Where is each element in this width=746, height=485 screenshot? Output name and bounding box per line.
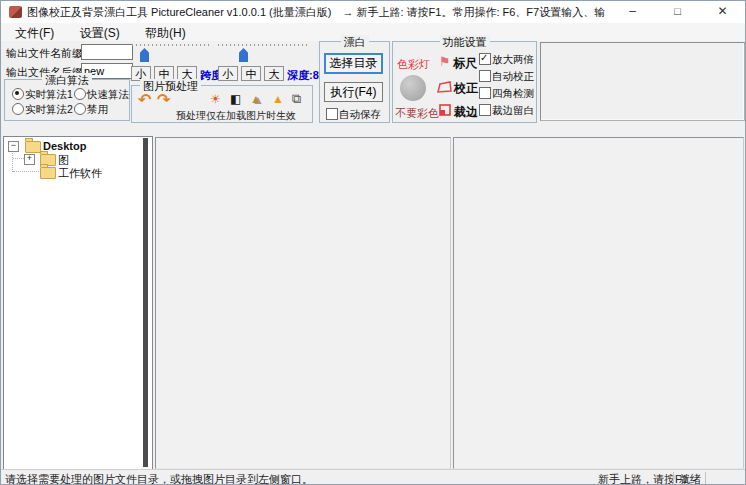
radio-realtime1-label: 实时算法1 (25, 88, 73, 102)
depth-slider-thumb[interactable] (239, 48, 248, 62)
minimize-button[interactable]: – (610, 1, 655, 23)
menubar: 文件(F) 设置(S) 帮助(H) (1, 23, 745, 41)
radio-disable-label: 禁用 (87, 103, 108, 117)
sharpen-strong-icon[interactable]: ▲ (272, 93, 284, 105)
rotate-right-icon[interactable]: ↷ (157, 92, 170, 108)
output-prefix-input[interactable] (81, 44, 133, 60)
menu-file[interactable]: 文件(F) (7, 23, 62, 42)
features-group: 功能设置 色彩灯 不要彩色 ⚑ 标尺 校正 裁边 放大两倍 自动校正 四角检测 … (392, 41, 537, 123)
auto-correct-label: 自动校正 (492, 70, 534, 84)
preprocess-group: 图片预处理 ↶ ↷ ☀ ◧ ▲ ▲ ⧉ 预处理仅在加载图片时生效 (131, 85, 313, 123)
depth-value-label: 深度:8 (287, 68, 319, 83)
status-state: 就绪 (679, 472, 701, 485)
radio-fast-label: 快速算法 (87, 88, 129, 102)
folder-tree[interactable]: − Desktop + 图 工作软件 (3, 136, 153, 470)
sharpen-soft-icon[interactable]: ▲ (250, 93, 262, 105)
close-button[interactable]: ✕ (700, 1, 745, 23)
bleach-group: 漂白 选择目录 执行(F4) 自动保存 (319, 41, 390, 123)
span-slider-ticks (132, 44, 212, 46)
radio-realtime1[interactable] (12, 88, 24, 100)
tree-scrollbar-thumb[interactable] (143, 138, 148, 467)
folder-icon (40, 167, 56, 179)
stack-icon[interactable]: ⧉ (292, 92, 301, 105)
preprocess-note: 预处理仅在加载图片时生效 (176, 109, 296, 123)
menu-settings[interactable]: 设置(S) (72, 23, 128, 42)
image-panel-original[interactable] (155, 137, 451, 469)
radio-disable[interactable] (74, 103, 86, 115)
no-color-label: 不要彩色 (395, 106, 439, 121)
select-directory-button[interactable]: 选择目录 (324, 53, 383, 74)
crop-label[interactable]: 裁边 (454, 104, 478, 121)
crop-margin-label: 裁边留白 (492, 104, 534, 118)
app-window: 图像校正及背景漂白工具 PictureCleaner v1.0.0.1 (批量漂… (0, 0, 746, 485)
run-f4-button[interactable]: 执行(F4) (324, 82, 383, 102)
algorithm-group-title: 漂白算法 (42, 73, 92, 88)
maximize-button[interactable]: □ (655, 1, 700, 23)
bleach-group-title: 漂白 (341, 35, 369, 50)
autosave-label: 自动保存 (339, 108, 381, 122)
radio-fast[interactable] (74, 88, 86, 100)
ruler-label[interactable]: 标尺 (453, 55, 477, 72)
folder-icon (25, 141, 41, 153)
ruler-flag-icon[interactable]: ⚑ (439, 55, 451, 68)
autosave-checkbox[interactable] (326, 108, 338, 120)
expand-icon[interactable]: + (24, 154, 35, 165)
zoom2x-checkbox[interactable] (479, 53, 491, 65)
zoom2x-label: 放大两倍 (492, 53, 534, 67)
depth-slider[interactable] (217, 43, 309, 64)
output-prefix-label: 输出文件名前缀 (6, 46, 83, 61)
tree-item-tu[interactable]: + 图 (5, 153, 139, 165)
algorithm-group: 漂白算法 实时算法1 快速算法 实时算法2 禁用 (4, 79, 130, 121)
tree-item-work-software[interactable]: 工作软件 (5, 166, 139, 178)
color-light-label: 色彩灯 (397, 57, 430, 72)
tree-item-label[interactable]: Desktop (43, 140, 86, 152)
titlebar: 图像校正及背景漂白工具 PictureCleaner v1.0.0.1 (批量漂… (1, 1, 745, 23)
contrast-icon[interactable]: ◧ (230, 93, 241, 105)
depth-slider-ticks (218, 44, 308, 46)
color-light-lamp (400, 75, 426, 101)
radio-realtime2[interactable] (12, 103, 24, 115)
corner-detect-label: 四角检测 (492, 87, 534, 101)
menu-help[interactable]: 帮助(H) (137, 23, 194, 42)
tree-item-label[interactable]: 工作软件 (58, 166, 102, 181)
rotate-left-icon[interactable]: ↶ (138, 92, 151, 108)
collapse-icon[interactable]: − (8, 141, 19, 152)
tree-item-desktop[interactable]: − Desktop (5, 140, 139, 152)
image-panel-result[interactable] (453, 137, 744, 469)
radio-realtime2-label: 实时算法2 (25, 103, 73, 117)
auto-correct-checkbox[interactable] (479, 70, 491, 82)
window-title: 图像校正及背景漂白工具 PictureCleaner v1.0.0.1 (批量漂… (27, 1, 605, 23)
depth-large-button[interactable]: 大 (264, 66, 284, 81)
features-group-title: 功能设置 (440, 35, 490, 50)
span-slider-thumb[interactable] (140, 48, 149, 62)
statusbar: 请选择需要处理的图片文件目录，或拖拽图片目录到左侧窗口。 新手上路，请按F1 就… (1, 469, 745, 485)
correct-label[interactable]: 校正 (454, 80, 478, 97)
depth-small-button[interactable]: 小 (218, 66, 238, 81)
crop-icon[interactable] (439, 104, 451, 118)
brightness-icon[interactable]: ☀ (210, 93, 221, 105)
span-slider[interactable] (131, 43, 213, 64)
status-hint: 请选择需要处理的图片文件目录，或拖拽图片目录到左侧窗口。 (5, 472, 313, 485)
correct-quad-icon[interactable] (437, 81, 452, 95)
depth-medium-button[interactable]: 中 (241, 66, 261, 81)
status-divider (705, 472, 706, 484)
preview-panel (540, 42, 745, 121)
corner-detect-checkbox[interactable] (479, 87, 491, 99)
status-tip: 新手上路，请按F1 (598, 472, 688, 485)
status-divider (673, 472, 674, 484)
app-icon (9, 6, 22, 18)
crop-margin-checkbox[interactable] (479, 104, 491, 116)
